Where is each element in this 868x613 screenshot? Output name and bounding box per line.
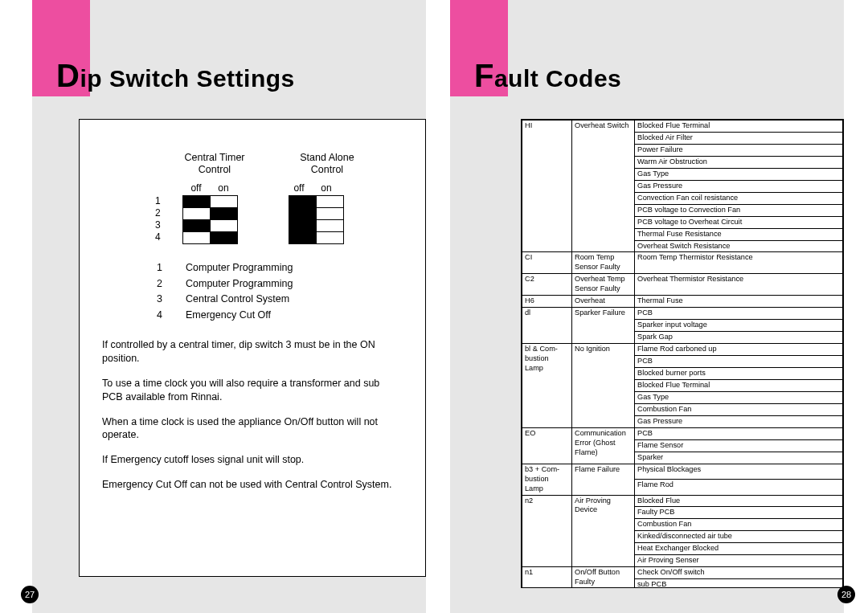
- page-right: Fault Codes HIOverheat SwitchBlocked Flu…: [450, 0, 844, 613]
- dip-grid-standalone: [289, 195, 344, 244]
- dip-col2-header: Stand Alone Control: [295, 152, 359, 176]
- page-left: Dip Switch Settings Central Timer Contro…: [32, 0, 426, 613]
- dip-switch-diagrams: 1234: [155, 195, 403, 247]
- dip-notes: If controlled by a central timer, dip sw…: [102, 338, 403, 492]
- dip-switch-panel: Central Timer Control Stand Alone Contro…: [79, 119, 426, 577]
- label-on: on: [313, 182, 340, 194]
- title-first-letter: D: [56, 58, 80, 93]
- page-number-left: 27: [21, 586, 39, 603]
- page-number-right: 28: [837, 586, 855, 603]
- dip-col1-header: Central Timer Control: [182, 152, 247, 176]
- title-rest: ault Codes: [494, 65, 621, 92]
- onoff-labels-1: off on: [182, 182, 237, 194]
- header-right: Fault Codes: [450, 0, 844, 96]
- fault-codes-panel: HIOverheat SwitchBlocked Flue TerminalBl…: [521, 119, 844, 588]
- title-rest: ip Switch Settings: [80, 65, 294, 92]
- dip-legend: 1Computer Programming2Computer Programmi…: [155, 260, 294, 324]
- title-first-letter: F: [474, 58, 494, 93]
- header-left: Dip Switch Settings: [32, 0, 426, 96]
- dip-grid-central: [182, 195, 238, 244]
- page-title-right: Fault Codes: [474, 58, 621, 94]
- page-title-left: Dip Switch Settings: [56, 58, 295, 94]
- label-off: off: [285, 182, 313, 194]
- fault-codes-table: HIOverheat SwitchBlocked Flue TerminalBl…: [522, 120, 843, 588]
- dip-row-numbers: 1234: [155, 195, 161, 243]
- label-off: off: [182, 182, 210, 194]
- label-on: on: [210, 182, 237, 194]
- onoff-labels-2: off on: [285, 182, 340, 194]
